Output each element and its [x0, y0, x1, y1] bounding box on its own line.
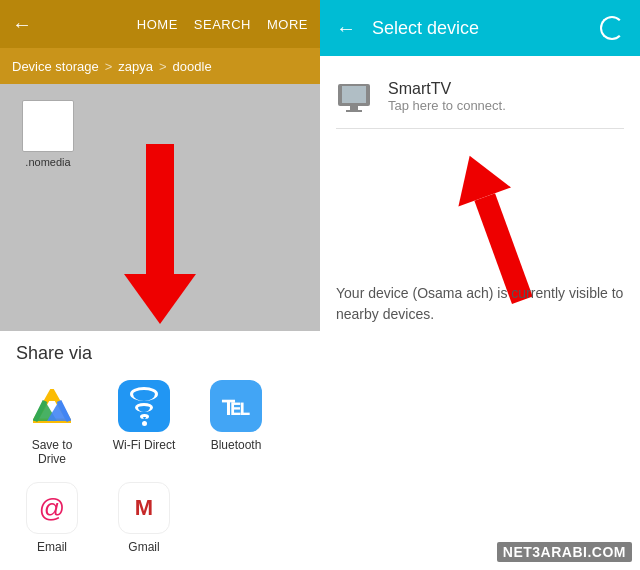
back-icon[interactable]: ←	[12, 13, 32, 36]
share-app-wifi[interactable]: Wi-Fi Direct	[108, 380, 180, 452]
gmail-icon: M	[118, 482, 170, 534]
file-icon	[22, 100, 74, 152]
share-app-gmail[interactable]: M Gmail	[108, 482, 180, 554]
svg-rect-10	[350, 106, 358, 110]
right-back-icon[interactable]: ←	[336, 17, 356, 40]
arrow-head-up	[443, 146, 511, 206]
wifi-label: Wi-Fi Direct	[113, 438, 176, 452]
left-panel: ← HOME SEARCH MORE Device storage > zapy…	[0, 0, 320, 570]
nav-search[interactable]: SEARCH	[194, 17, 251, 32]
breadcrumb-sep2: >	[159, 59, 167, 74]
nav-more[interactable]: MORE	[267, 17, 308, 32]
file-area: .nomedia	[0, 84, 320, 331]
right-panel: ← Select device SmartTV Tap here to conn…	[320, 0, 640, 570]
right-arrow-area: Your device (Osama ach) is currently vis…	[320, 141, 640, 341]
breadcrumb-device-storage[interactable]: Device storage	[12, 59, 99, 74]
file-item[interactable]: .nomedia	[16, 100, 80, 168]
file-name: .nomedia	[25, 156, 70, 168]
watermark: NET3ARABI.COM	[497, 542, 632, 562]
breadcrumb-doodle[interactable]: doodle	[173, 59, 212, 74]
device-list: SmartTV Tap here to connect.	[320, 56, 640, 141]
share-row-2: @ Email M Gmail	[16, 482, 304, 554]
email-icon: @	[26, 482, 78, 534]
arrow-shaft	[146, 144, 174, 274]
nav-items: HOME SEARCH MORE	[137, 17, 308, 32]
visibility-notice: Your device (Osama ach) is currently vis…	[320, 267, 640, 341]
share-app-email[interactable]: @ Email	[16, 482, 88, 554]
gmail-label: Gmail	[128, 540, 159, 554]
drive-label: Save to Drive	[16, 438, 88, 466]
bluetooth-icon: ℡	[210, 380, 262, 432]
device-name: SmartTV	[388, 80, 506, 98]
refresh-icon[interactable]	[600, 16, 624, 40]
share-app-bluetooth[interactable]: ℡ Bluetooth	[200, 380, 272, 452]
share-title: Share via	[16, 343, 304, 364]
red-arrow-down	[124, 144, 196, 324]
drive-icon	[26, 380, 78, 432]
nav-home[interactable]: HOME	[137, 17, 178, 32]
breadcrumb: Device storage > zapya > doodle	[0, 48, 320, 84]
email-label: Email	[37, 540, 67, 554]
right-toolbar: ← Select device	[320, 0, 640, 56]
breadcrumb-sep1: >	[105, 59, 113, 74]
divider	[336, 128, 624, 129]
wifi-icon	[118, 380, 170, 432]
arrow-head	[124, 274, 196, 324]
device-item-smarttv[interactable]: SmartTV Tap here to connect.	[320, 68, 640, 128]
svg-rect-11	[346, 110, 362, 112]
left-toolbar: ← HOME SEARCH MORE	[0, 0, 320, 48]
svg-rect-9	[342, 86, 366, 103]
share-row-1: Save to Drive Wi-Fi Direct ℡	[16, 380, 304, 466]
share-section: Share via Save to Drive	[0, 331, 320, 570]
bluetooth-label: Bluetooth	[211, 438, 262, 452]
tv-device-icon	[336, 80, 372, 116]
share-app-drive[interactable]: Save to Drive	[16, 380, 88, 466]
right-panel-title: Select device	[372, 18, 600, 39]
breadcrumb-zapya[interactable]: zapya	[118, 59, 153, 74]
device-sub: Tap here to connect.	[388, 98, 506, 113]
device-info: SmartTV Tap here to connect.	[388, 80, 506, 113]
